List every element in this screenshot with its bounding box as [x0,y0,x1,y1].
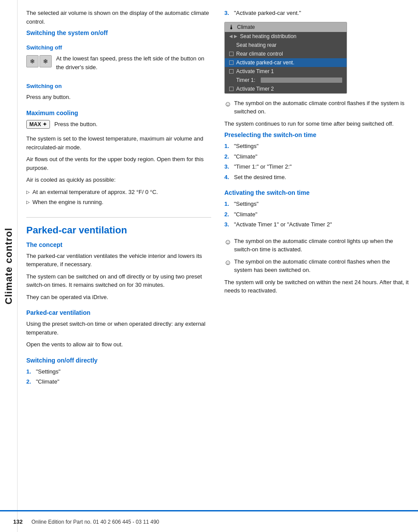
fan-icon-1: ❄ [26,55,39,67]
switching-on-off-directly-section: Switching on/off directly 1. "Settings" … [26,357,211,386]
symbol-icon-2: ☺ [224,237,231,247]
max-cool-desc2: The system is set to the lowest temperat… [26,134,211,151]
step-3-text: "Activate parked-car vent." [234,9,301,18]
activating-section: Activating the switch-on time 1. "Settin… [224,189,409,229]
switching-system-section: Switching the system on/off [26,29,211,36]
checkbox-icon-2 [229,60,234,65]
switching-off-row: ❄ ❄ At the lowest fan speed, press the l… [26,54,211,75]
timer-bar [261,78,342,83]
climate-menu-header: 🌡 Climate [225,22,347,32]
left-column: The selected air volume is shown on the … [18,9,220,532]
maximum-cooling-title: Maximum cooling [26,109,211,116]
symbol-note-1-text: The symbol on the automatic climate cont… [234,99,409,116]
footer-page-number: 132 [13,518,23,525]
sidebar: Climate control [0,0,18,532]
switching-on-off-directly-title: Switching on/off directly [26,357,211,364]
max-cool-row: MAX ✦ Press the button. [26,120,211,132]
checkbox-icon-3 [229,69,234,74]
intro-text: The selected air volume is shown on the … [26,9,211,26]
symbol-note-2-text: The symbol on the automatic climate cont… [234,237,409,254]
switching-on-off-steps: 1. "Settings" 2. "Climate" [26,367,211,386]
max-cool-text: Press the button. [54,120,97,132]
max-cool-desc3: Air flows out of the vents for the upper… [26,155,211,172]
max-cool-button: MAX ✦ [26,120,50,129]
right-column: 3. "Activate parked-car vent." 🌡 Climate… [220,9,418,532]
concept-text2: The system can be switched on and off di… [26,272,211,289]
nav-arrow-icon: ◀ ▶ [229,34,237,39]
climate-item-1: ◀ ▶ Seat heating distribution [225,32,347,41]
preselect-step-4: 4. Set the desired time. [224,173,409,182]
maximum-cooling-section: Maximum cooling MAX ✦ Press the button. … [26,109,211,207]
concept-text1: The parked-car ventilation ventilates th… [26,252,211,269]
symbol-note-1: ☺ The symbol on the automatic climate co… [224,99,409,116]
symbol-icon-1: ☺ [224,99,231,109]
parked-car-text2: Open the vents to allow air to flow out. [26,340,211,349]
preselect-step-2: 2. "Climate" [224,152,409,161]
parked-car-ventilation-section: Parked-car ventilation Using the preset … [26,309,211,349]
step-3-row: 3. "Activate parked-car vent." [224,9,409,18]
footer: 132 Online Edition for Part no. 01 40 2 … [0,510,418,532]
activating-step-2: 2. "Climate" [224,210,409,219]
concept-text3: They can be operated via iDrive. [26,293,211,302]
footer-text: Online Edition for Part no. 01 40 2 606 … [32,519,159,525]
switching-on-section: Switching on Press any button. [26,83,211,102]
bullet-item-2: When the engine is running. [26,198,211,207]
preselecting-title: Preselecting the switch-on time [224,131,409,138]
parked-car-text1: Using the preset switch-on time or when … [26,320,211,337]
switching-off-section: Switching off ❄ ❄ At the lowest fan spee… [26,44,211,75]
symbol-note-3-text: The symbol on the automatic climate cont… [234,257,409,275]
max-cool-desc1: Press the button. [54,120,97,129]
parked-car-ventilation-title: Parked-car ventilation [26,309,211,316]
activating-steps: 1. "Settings" 2. "Climate" 3. "Activate … [224,200,409,229]
preselect-step-1: 1. "Settings" [224,142,409,151]
switching-system-title: Switching the system on/off [26,29,211,36]
switch-icons: ❄ ❄ [26,55,52,67]
concept-title: The concept [26,241,211,248]
climate-item-5: Activate Timer 1 [225,67,347,76]
step-1: 1. "Settings" [26,367,211,376]
checkbox-icon-4 [229,87,234,91]
parked-car-section: Parked-car ventilation The concept The p… [26,217,211,302]
symbol-note-3: ☺ The symbol on the automatic climate co… [224,257,409,275]
system-continues-note: The system continues to run for some tim… [224,120,409,128]
climate-menu-icon: 🌡 [228,24,234,31]
climate-menu-title: Climate [237,24,255,30]
climate-item-3: Rear climate control [225,49,347,58]
preselecting-section: Preselecting the switch-on time 1. "Sett… [224,131,409,181]
sidebar-label: Climate control [3,228,14,304]
final-note: The system will only be switched on with… [224,278,409,295]
fan-icon-2: ❄ [39,55,52,67]
symbol-note-2: ☺ The symbol on the automatic climate co… [224,237,409,254]
climate-item-6: Timer 1: [225,76,347,85]
climate-item-2: Seat heating rear [225,41,347,49]
parked-car-main-title: Parked-car ventilation [26,217,211,236]
switching-off-description: At the lowest fan speed, press the left … [56,54,211,71]
bullet-item-1: At an external temperature of approx. 32… [26,188,211,197]
switching-on-description: Press any button. [26,93,211,102]
step-2: 2. "Climate" [26,377,211,386]
activating-step-3: 3. "Activate Timer 1" or "Activate Timer… [224,220,409,229]
checkbox-icon-1 [229,52,234,56]
climate-menu-screenshot: 🌡 Climate ◀ ▶ Seat heating distribution … [224,22,347,94]
climate-item-7: Activate Timer 2 [225,85,347,93]
symbol-icon-3: ☺ [224,257,231,268]
preselecting-steps: 1. "Settings" 2. "Climate" 3. "Timer 1:"… [224,142,409,181]
activating-title: Activating the switch-on time [224,189,409,196]
max-cool-desc4: Air is cooled as quickly as possible: [26,176,211,184]
activating-step-1: 1. "Settings" [224,200,409,208]
preselect-step-3: 3. "Timer 1:" or "Timer 2:" [224,162,409,171]
climate-item-4-highlighted: Activate parked-car vent. [225,58,347,67]
switching-off-title: Switching off [26,44,211,51]
max-cool-bullets: At an external temperature of approx. 32… [26,188,211,207]
switching-on-title: Switching on [26,83,211,89]
climate-menu-body: ◀ ▶ Seat heating distribution Seat heati… [225,32,347,93]
step-3-num: 3. [224,9,231,18]
